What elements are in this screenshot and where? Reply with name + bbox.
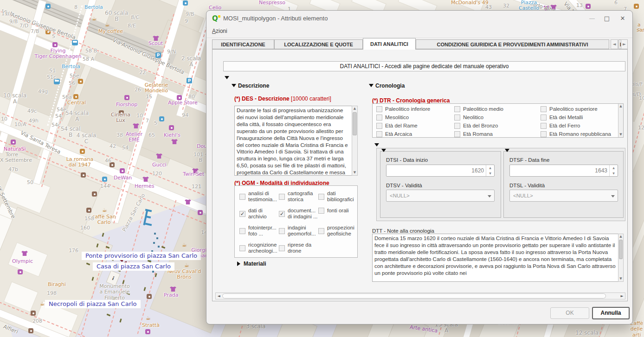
dtsi-collapse-icon[interactable]	[381, 149, 386, 152]
dtsf-collapse-icon[interactable]	[505, 149, 509, 152]
checkbox[interactable]	[376, 106, 382, 112]
dtr-option[interactable]: Paleolitico superiore	[541, 106, 598, 112]
checkbox[interactable]	[541, 131, 547, 137]
checkbox[interactable]	[376, 123, 382, 129]
annulla-button[interactable]: Annulla	[592, 307, 630, 319]
map-label: 11/A	[1, 11, 13, 17]
map-label: Piazza Castello	[519, 0, 539, 12]
dtsi-spinbox[interactable]: 1620 ▲▼	[386, 165, 495, 177]
checkbox[interactable]	[454, 106, 460, 112]
ok-button[interactable]: OK	[550, 307, 589, 319]
dtr-option[interactable]: Età Romano repubblicana	[541, 131, 611, 137]
dtr-option[interactable]: Mesolitico	[376, 114, 409, 121]
ogm-option[interactable]: prospezioni geofisiche	[318, 225, 354, 237]
checkbox[interactable]	[454, 114, 460, 121]
checkbox[interactable]	[541, 123, 547, 129]
checkbox[interactable]	[376, 131, 382, 137]
ogm-option[interactable]: cartografia storica	[279, 191, 313, 203]
checkbox[interactable]	[239, 228, 245, 234]
checkbox[interactable]	[318, 228, 324, 234]
ogm-option[interactable]: dati bibliografici	[318, 191, 354, 203]
minimize-button[interactable]: —	[585, 13, 599, 24]
dtr-option[interactable]: Paleolitico inferiore	[376, 106, 430, 112]
cup-icon: ☕	[102, 207, 107, 213]
map-label: Flying Tiger Copenhagen	[35, 48, 82, 60]
map-label: 15	[146, 94, 152, 100]
map-label: 9	[185, 19, 188, 24]
checkbox[interactable]	[376, 114, 382, 121]
dtsf-spinbox[interactable]: 1643 ▲▼	[509, 165, 618, 177]
dtr-scrollbar[interactable]: ▲▼	[618, 104, 623, 137]
dtr-option[interactable]: Paleolitico medio	[454, 106, 503, 112]
cronologia-collapse-icon[interactable]	[369, 84, 374, 87]
tab-scroll-right-button[interactable]: ►	[621, 39, 628, 49]
checkbox[interactable]	[541, 114, 547, 121]
tab-scroll-left-button[interactable]: ◄	[611, 39, 618, 49]
checkbox[interactable]	[541, 106, 547, 112]
spin-buttons[interactable]: ▲▼	[609, 165, 618, 176]
maximize-button[interactable]: □	[600, 13, 614, 24]
dtt-textarea[interactable]: Domenica 15 marzo 1620 il corteo nuziale…	[372, 234, 618, 282]
tab-localizzazione[interactable]: LOCALIZZAZIONE E QUOTE	[274, 39, 363, 49]
ogm-option[interactable]: fotointerpr... foto ...	[239, 225, 277, 237]
manual-link-button[interactable]: DATI ANALITICI - Accedi alle pagine dedi…	[223, 61, 625, 71]
dtsv-combobox[interactable]: <NULL>	[386, 190, 495, 202]
dialog-titlebar[interactable]: Q MOSI_multipolygon - Attributi elemento…	[206, 11, 632, 26]
dtr-option[interactable]: Neolitico	[454, 114, 483, 121]
map-label: 10	[639, 95, 644, 101]
dtsl-combobox[interactable]: <NULL>	[509, 190, 618, 202]
tab-identificazione[interactable]: IDENTIFICAZIONE	[212, 39, 274, 49]
map-label: 43	[485, 5, 492, 10]
ogm-option[interactable]: indagini geomorfol...	[279, 225, 316, 237]
ogm-option[interactable]: dati di archivio	[239, 208, 267, 220]
ogm-option[interactable]: fonti orali	[318, 208, 349, 214]
map-label: 7/D	[19, 23, 28, 29]
dtr-option[interactable]: Età del Ferro	[541, 123, 580, 129]
ogm-option[interactable]: analisi di testimonia...	[239, 191, 277, 203]
des-textarea[interactable]: Durante le fasi di progressiva urbanizza…	[234, 106, 352, 176]
checkbox[interactable]	[454, 131, 460, 137]
map-label: caffè San Carlo	[92, 214, 116, 226]
des-scrollbar[interactable]: ▲▼	[352, 106, 358, 176]
dtr-option[interactable]: Età del Rame	[376, 123, 418, 129]
dtr-option[interactable]: Età Arcaica	[376, 131, 412, 137]
map-label: 5	[154, 121, 157, 126]
dtr-option[interactable]: Età del Bronzo	[454, 123, 498, 129]
checkbox[interactable]	[239, 211, 245, 217]
map-label: 3 scala	[246, 324, 265, 330]
menu-azioni[interactable]: Azioni	[212, 28, 227, 34]
checkbox[interactable]	[239, 245, 245, 251]
map-label: Hermès	[135, 184, 155, 189]
checkbox[interactable]	[239, 194, 245, 200]
map-label: 49h	[29, 118, 39, 124]
dtr-option[interactable]: Età Romana	[454, 131, 493, 137]
dot-icon	[159, 116, 164, 121]
bag-icon	[52, 42, 58, 47]
tab-condizione-giuridica[interactable]: CONDIZIONE GIURIDICA E PROVVEDIMENTI AMM…	[416, 39, 609, 49]
ogm-option[interactable]: riprese da drone	[279, 242, 311, 254]
checkbox[interactable]	[279, 245, 285, 251]
map-label: 54c	[52, 122, 61, 128]
close-button[interactable]: ✕	[616, 13, 630, 24]
checkbox[interactable]	[279, 228, 285, 234]
map-label: sarto	[637, 27, 644, 33]
checkbox[interactable]	[454, 123, 460, 129]
checkbox[interactable]	[318, 208, 324, 214]
ogm-option[interactable]: ricognizione archeologi...	[239, 242, 277, 254]
checkbox[interactable]	[318, 194, 324, 200]
dtsl-label: DTSL - Validità	[509, 183, 545, 188]
collapse-arrow-icon[interactable]	[225, 76, 229, 79]
dtr-option[interactable]: Età dei Metalli	[541, 114, 583, 121]
dtr-checkbox-group: Paleolitico inferiore Paleolitico medio …	[372, 103, 624, 138]
descrizione-collapse-icon[interactable]	[232, 84, 236, 87]
date-group-collapse-icon[interactable]	[374, 143, 379, 146]
horizontal-scrollbar[interactable]: ◄►	[215, 292, 625, 299]
tab-dati-analitici[interactable]: DATI ANALITICI	[363, 38, 416, 50]
checkbox[interactable]	[279, 211, 285, 217]
materiali-collapse-icon[interactable]	[237, 261, 240, 266]
map-label: 54 scala A	[65, 110, 89, 123]
checkbox[interactable]	[279, 194, 285, 200]
spin-buttons[interactable]: ▲▼	[486, 165, 494, 176]
ogm-option[interactable]: document... di indagini ...	[279, 208, 318, 220]
dtt-scrollbar[interactable]: ▲▼	[618, 234, 624, 282]
